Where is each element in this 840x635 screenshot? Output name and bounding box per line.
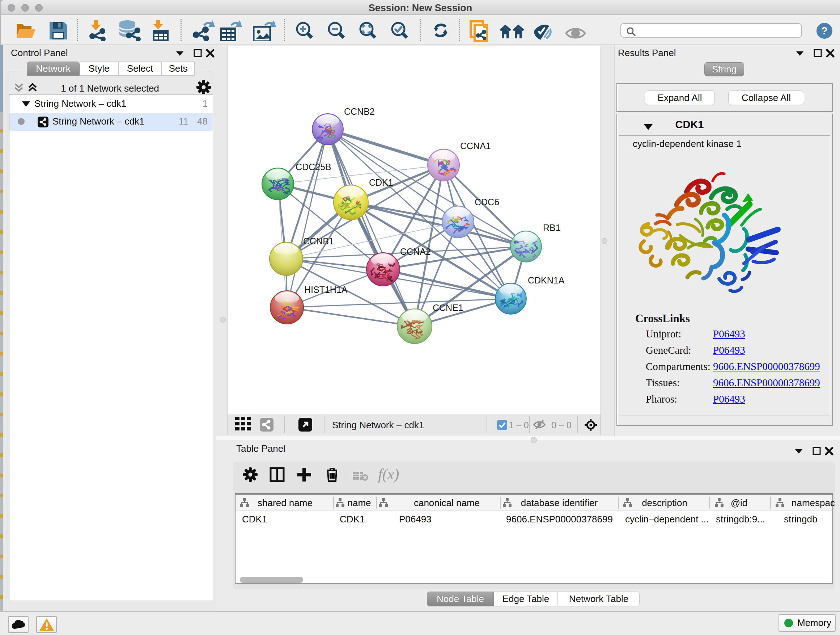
svg-text:CCNA2: CCNA2 [400, 247, 431, 257]
svg-text:RB1: RB1 [543, 223, 561, 233]
svg-text:CDC6: CDC6 [475, 197, 499, 207]
svg-text:HIST1H1A: HIST1H1A [304, 285, 347, 295]
svg-text:CDC25B: CDC25B [295, 162, 332, 172]
svg-text:CCNE1: CCNE1 [433, 302, 463, 313]
svg-text:CDKN1A: CDKN1A [528, 275, 565, 285]
svg-text:CCNB2: CCNB2 [344, 106, 375, 117]
svg-text:CCNA1: CCNA1 [460, 141, 491, 151]
svg-text:?: ? [821, 25, 828, 36]
svg-text:CDK1: CDK1 [369, 177, 393, 187]
svg-text:CCNB1: CCNB1 [303, 236, 334, 246]
